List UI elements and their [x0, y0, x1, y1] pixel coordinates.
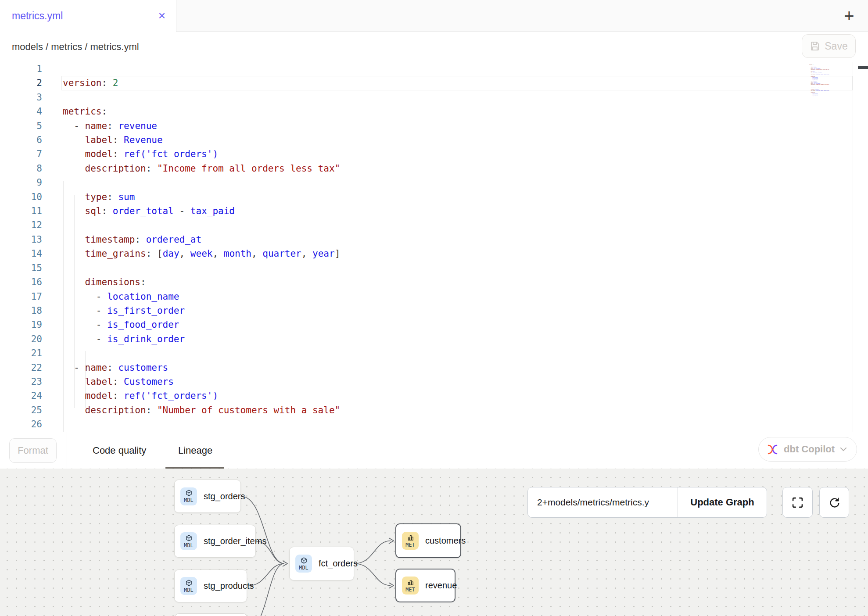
node-badge-met: MET — [402, 577, 419, 595]
model-cube-icon — [185, 489, 193, 497]
line-number: 25 — [0, 403, 42, 417]
line-number: 24 — [0, 389, 42, 403]
node-label: customers — [425, 536, 466, 546]
line-number: 7 — [0, 147, 42, 161]
code-line: metrics: — [63, 104, 340, 118]
save-button[interactable]: Save — [802, 34, 856, 58]
node-label: fct_orders — [319, 559, 358, 569]
line-number: 21 — [0, 346, 42, 360]
line-number: 26 — [0, 417, 42, 431]
code-line: dimensions: — [63, 275, 340, 289]
code-line: sql: order_total - tax_paid — [63, 204, 340, 218]
line-number: 15 — [0, 261, 42, 275]
save-label: Save — [825, 40, 847, 52]
metric-chart-icon — [407, 534, 414, 541]
model-cube-icon — [185, 534, 193, 542]
fullscreen-icon — [792, 497, 803, 509]
line-number: 18 — [0, 304, 42, 318]
line-number: 13 — [0, 233, 42, 247]
line-number: 2 — [0, 76, 42, 90]
dbt-copilot-button[interactable]: dbt Copilot — [758, 437, 857, 462]
node-label: stg_order_items — [204, 536, 266, 546]
divider — [67, 432, 67, 469]
code-line — [63, 261, 340, 275]
lineage-node-customers[interactable]: METcustomers — [395, 523, 461, 558]
minimap[interactable]: version: 2 metrics: - name: revenue labe… — [809, 63, 857, 103]
lineage-node-stg_products[interactable]: MDLstg_products — [174, 569, 247, 602]
line-number: 16 — [0, 275, 42, 289]
lineage-node-fct_orders[interactable]: MDLfct_orders — [289, 547, 354, 580]
code-line — [63, 417, 340, 431]
node-label: stg_products — [204, 581, 254, 591]
code-line: type: sum — [63, 190, 340, 204]
code-line — [63, 62, 340, 76]
node-badge-mdl: MDL — [180, 532, 197, 550]
node-badge-mdl: MDL — [180, 577, 197, 595]
code-line: label: Customers — [63, 375, 340, 389]
lineage-node-revenue[interactable]: METrevenue — [395, 569, 456, 602]
lineage-node-partial_node[interactable]: MDL — [175, 613, 247, 616]
tab-metrics-yml[interactable]: metrics.yml × — [0, 0, 176, 32]
code-line: model: ref('fct_orders') — [63, 389, 340, 403]
line-number: 9 — [0, 175, 42, 190]
format-button[interactable]: Format — [9, 438, 57, 463]
lineage-node-stg_order_items[interactable]: MDLstg_order_items — [174, 525, 256, 558]
code-content: version: 2 metrics: - name: revenue labe… — [63, 62, 340, 432]
node-label: stg_orders — [204, 491, 245, 501]
code-editor[interactable]: 1234567891011121314151617181920212223242… — [0, 62, 868, 432]
refresh-icon — [828, 496, 840, 509]
code-line: - location_name — [63, 290, 340, 304]
close-icon[interactable]: × — [158, 0, 165, 32]
tab-bar: metrics.yml × + — [0, 0, 868, 32]
line-number: 19 — [0, 318, 42, 332]
tab-code-quality[interactable]: Code quality — [93, 432, 146, 469]
node-badge-mdl: MDL — [180, 487, 197, 505]
line-number: 14 — [0, 247, 42, 261]
code-line: description: "Income from all orders les… — [63, 161, 340, 175]
model-cube-icon — [300, 557, 308, 564]
fullscreen-button[interactable] — [782, 487, 813, 518]
line-number: 3 — [0, 90, 42, 104]
breadcrumb-row: models / metrics / metrics.yml Save — [0, 32, 868, 62]
code-line: - is_first_order — [63, 304, 340, 318]
copilot-label: dbt Copilot — [784, 444, 835, 455]
code-line — [63, 90, 340, 104]
lineage-canvas[interactable]: MDLstg_ordersMDLstg_order_itemsMDLstg_pr… — [0, 469, 868, 616]
code-line: - name: customers — [63, 361, 340, 375]
code-line: - is_drink_order — [63, 332, 340, 346]
chevron-down-icon — [840, 447, 847, 451]
code-line: - is_food_order — [63, 318, 340, 332]
node-badge-met: MET — [402, 532, 419, 550]
line-number: 20 — [0, 332, 42, 346]
breadcrumb: models / metrics / metrics.yml — [12, 32, 139, 62]
code-line: model: ref('fct_orders') — [63, 147, 340, 161]
code-line: description: "Number of customers with a… — [63, 403, 340, 417]
code-line — [63, 218, 340, 232]
new-tab-button[interactable]: + — [830, 0, 868, 32]
selector-input[interactable]: 2+models/metrics/metrics.y — [528, 487, 678, 517]
save-icon — [810, 41, 820, 51]
line-number: 12 — [0, 218, 42, 232]
refresh-button[interactable] — [819, 487, 849, 518]
line-number: 11 — [0, 204, 42, 218]
line-number: 5 — [0, 119, 42, 133]
ide-window: metrics.yml × + models / metrics / metri… — [0, 0, 868, 616]
update-graph-button[interactable]: Update Graph — [678, 487, 767, 517]
scrollbar-thumb[interactable] — [858, 66, 868, 69]
lineage-node-stg_orders[interactable]: MDLstg_orders — [174, 480, 241, 513]
metric-chart-icon — [407, 579, 414, 586]
tab-title: metrics.yml — [12, 10, 63, 22]
dbt-logo-icon — [767, 444, 778, 455]
code-line — [63, 175, 340, 190]
panel-toolbar: Format Code quality Lineage dbt Copilot — [0, 432, 868, 469]
code-line: version: 2 — [63, 76, 340, 90]
plus-icon: + — [844, 6, 854, 26]
line-number: 17 — [0, 290, 42, 304]
line-numbers: 1234567891011121314151617181920212223242… — [0, 62, 42, 432]
line-number: 1 — [0, 62, 42, 76]
code-line — [63, 346, 340, 360]
line-number: 4 — [0, 104, 42, 118]
node-badge-mdl: MDL — [295, 555, 312, 573]
tab-lineage[interactable]: Lineage — [178, 432, 212, 469]
minimap-border — [853, 62, 853, 432]
